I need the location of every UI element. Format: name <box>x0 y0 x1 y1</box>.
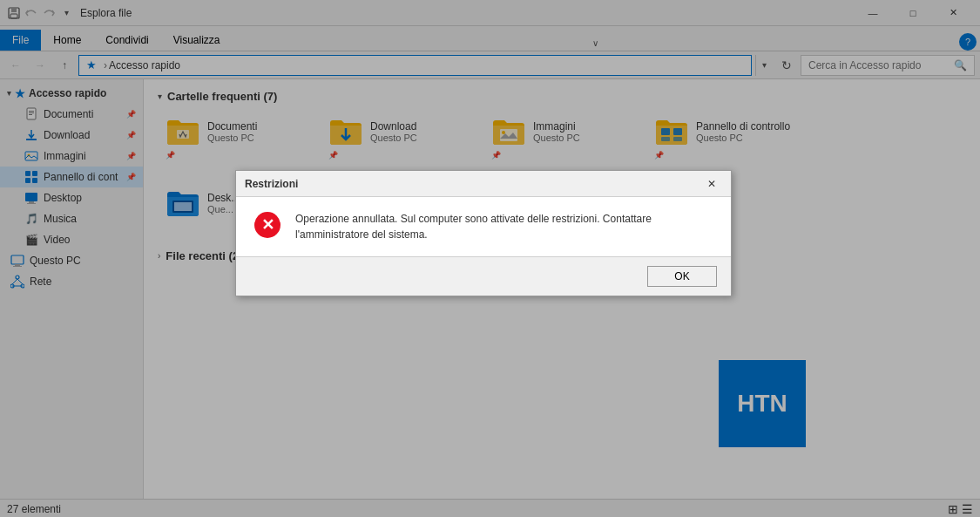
modal-message: Operazione annullata. Sul computer sono … <box>295 211 713 242</box>
modal-body: ✕ Operazione annullata. Sul computer son… <box>236 197 731 256</box>
svg-text:✕: ✕ <box>261 216 274 234</box>
modal-title: Restrizioni <box>245 178 701 190</box>
modal-close-button[interactable]: ✕ <box>701 173 722 194</box>
modal-footer: OK <box>236 256 731 296</box>
modal-titlebar: Restrizioni ✕ <box>236 171 731 197</box>
modal-error-icon: ✕ <box>253 211 281 239</box>
modal-dialog: Restrizioni ✕ ✕ Operazione annullata. Su… <box>235 170 732 296</box>
modal-overlay: Restrizioni ✕ ✕ Operazione annullata. Su… <box>0 0 980 517</box>
modal-ok-button[interactable]: OK <box>647 266 717 287</box>
